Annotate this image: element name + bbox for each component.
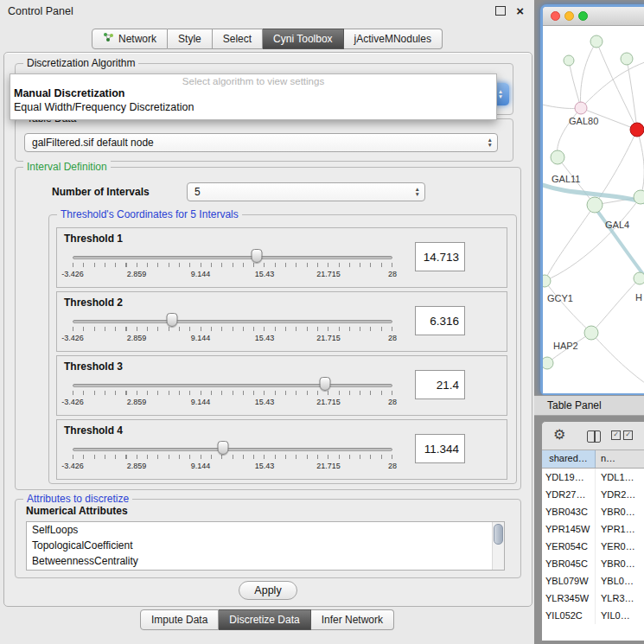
table-cell[interactable]: YBR0… xyxy=(596,555,644,572)
table-cell[interactable]: YDR27… xyxy=(542,486,596,503)
apply-button[interactable]: Apply xyxy=(239,581,297,600)
table-cell[interactable]: YBR045C xyxy=(542,555,596,572)
network-node[interactable] xyxy=(634,190,644,204)
slider-track[interactable] xyxy=(73,448,392,451)
table-panel-title-bar[interactable]: Table Panel xyxy=(534,395,644,416)
network-node[interactable] xyxy=(634,272,644,284)
table-row[interactable]: YER054CYER0… xyxy=(542,538,644,555)
network-node-gal80[interactable] xyxy=(575,102,587,114)
network-node[interactable] xyxy=(564,55,574,66)
threshold-slider[interactable]: -3.426 2.859 9.144 15.43 21.715 28 xyxy=(73,375,392,413)
list-item[interactable]: BetweennessCentrality xyxy=(27,553,504,569)
deselect-all-icon[interactable] xyxy=(623,430,633,440)
table-data-group: Table Data galFiltered.sif default node xyxy=(15,118,513,162)
table-cell[interactable]: YDL1… xyxy=(596,469,644,486)
table-cell[interactable]: YLR3… xyxy=(596,590,644,607)
threshold-label: Threshold 3 xyxy=(64,360,123,373)
list-scrollbar[interactable] xyxy=(492,522,504,570)
close-icon[interactable]: × xyxy=(516,6,524,16)
tab-network[interactable]: Network xyxy=(92,29,168,49)
network-node-gcy1[interactable] xyxy=(543,275,551,287)
table-cell[interactable]: YIL0… xyxy=(596,607,644,624)
table-row[interactable]: YIL052CYIL0… xyxy=(542,607,644,624)
float-window-icon[interactable] xyxy=(495,6,506,16)
table-row[interactable]: YBR043CYBR0… xyxy=(542,503,644,520)
tab-infer-network[interactable]: Infer Network xyxy=(311,609,394,630)
tab-label: Network xyxy=(118,29,156,48)
slider-track[interactable] xyxy=(73,384,392,387)
slider-ticks xyxy=(73,263,392,267)
table-cell[interactable]: YBL0… xyxy=(596,572,644,590)
table-data-select[interactable]: galFiltered.sif default node xyxy=(24,133,498,152)
network-node[interactable] xyxy=(590,35,603,48)
table-cell[interactable]: YER054C xyxy=(542,538,596,555)
slider-thumb[interactable] xyxy=(166,313,177,327)
tab-discretize-data[interactable]: Discretize Data xyxy=(219,609,310,630)
zoom-traffic-light-icon[interactable] xyxy=(578,11,588,21)
threshold-value-field[interactable] xyxy=(415,242,465,271)
table-row[interactable]: YBL079WYBL0… xyxy=(542,572,644,590)
slider-thumb[interactable] xyxy=(320,377,331,391)
slider-thumb[interactable] xyxy=(252,249,263,263)
threshold-value-field[interactable] xyxy=(415,434,465,463)
network-window-titlebar[interactable] xyxy=(543,7,644,26)
tab-cyni-toolbox[interactable]: Cyni Toolbox xyxy=(263,29,343,49)
dropdown-option-manual-discretization[interactable]: Manual Discretization xyxy=(10,86,496,100)
minimize-traffic-light-icon[interactable] xyxy=(564,11,574,21)
columns-icon[interactable] xyxy=(587,430,601,443)
list-item[interactable]: SelfLoops xyxy=(27,522,504,538)
table-toolbar: ⚙ xyxy=(542,422,644,450)
combo-stepper-icon xyxy=(488,137,493,148)
table-row[interactable]: YDR27…YDR2… xyxy=(542,486,644,503)
threshold-slider[interactable]: -3.426 2.859 9.144 15.43 21.715 28 xyxy=(73,247,392,285)
threshold-value-field[interactable] xyxy=(415,306,465,335)
scrollbar-thumb[interactable] xyxy=(494,524,503,545)
tab-impute-data[interactable]: Impute Data xyxy=(140,609,219,630)
network-node[interactable] xyxy=(543,357,553,369)
gear-icon[interactable]: ⚙ xyxy=(553,427,565,443)
network-node-gal4[interactable] xyxy=(587,197,603,213)
threshold-value-field[interactable] xyxy=(415,370,465,399)
table-cell[interactable]: YDL19… xyxy=(542,469,596,486)
table-cell[interactable]: YER0… xyxy=(596,538,644,555)
tab-jactivemodules[interactable]: jActiveMNodules xyxy=(344,29,443,49)
network-node[interactable] xyxy=(621,53,633,65)
table-cell[interactable]: YIL052C xyxy=(542,607,596,624)
node-label: GAL80 xyxy=(569,116,598,126)
group-title: Attributes to discretize xyxy=(23,493,132,505)
table-row[interactable]: YBR045CYBR0… xyxy=(542,555,644,572)
table-cell[interactable]: YBR043C xyxy=(542,503,596,520)
attributes-list[interactable]: SelfLoops TopologicalCoefficient Between… xyxy=(26,521,505,571)
list-item[interactable]: TopologicalCoefficient xyxy=(27,538,504,553)
table-cell[interactable]: YBL079W xyxy=(542,572,596,590)
threshold-label: Threshold 4 xyxy=(64,424,123,437)
threshold-slider[interactable]: -3.426 2.859 9.144 15.43 21.715 28 xyxy=(73,439,392,477)
column-header-shared-name[interactable]: shared… xyxy=(542,450,596,468)
network-canvas[interactable]: GAL80 GAL11 GAL4 GCY1 HAP2 H xyxy=(543,26,644,393)
slider-thumb[interactable] xyxy=(217,441,228,455)
column-header-name[interactable]: n… xyxy=(596,450,644,468)
select-all-icon[interactable] xyxy=(611,430,621,440)
slider-ticks xyxy=(73,327,392,331)
tab-select[interactable]: Select xyxy=(213,29,263,49)
bottom-tab-bar: Impute Data Discretize Data Infer Networ… xyxy=(0,609,534,630)
network-node[interactable] xyxy=(551,150,564,164)
tab-style[interactable]: Style xyxy=(168,29,213,49)
table-row[interactable]: YDL19…YDL1… xyxy=(542,469,644,486)
table-cell[interactable]: YBR0… xyxy=(596,503,644,520)
table-cell[interactable]: YDR2… xyxy=(596,486,644,503)
table-row[interactable]: YPR145WYPR1… xyxy=(542,520,644,538)
table-cell[interactable]: YLR345W xyxy=(542,590,596,607)
group-title: Interval Definition xyxy=(23,161,111,173)
threshold-slider[interactable]: -3.426 2.859 9.144 15.43 21.715 28 xyxy=(73,311,392,349)
num-intervals-select[interactable]: 5 xyxy=(187,182,425,201)
close-traffic-light-icon[interactable] xyxy=(551,11,560,21)
slider-track[interactable] xyxy=(73,256,392,259)
table-row[interactable]: YLR345WYLR3… xyxy=(542,590,644,607)
dropdown-option-equal-width[interactable]: Equal Width/Frequency Discretization xyxy=(10,100,496,114)
table-cell[interactable]: YPR1… xyxy=(596,520,644,538)
network-node-hap2[interactable] xyxy=(584,326,598,340)
table-cell[interactable]: YPR145W xyxy=(542,520,596,538)
selected-red-node[interactable] xyxy=(630,123,644,137)
slider-track[interactable] xyxy=(73,320,392,323)
